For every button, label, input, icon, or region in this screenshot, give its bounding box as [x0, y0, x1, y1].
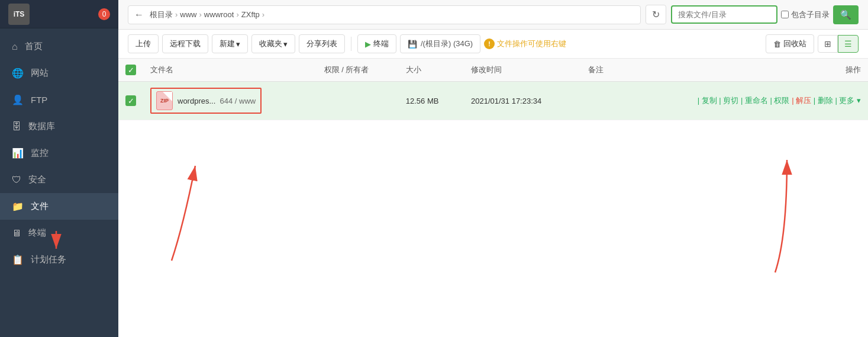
action-copy[interactable]: | 复制: [698, 96, 717, 105]
breadcrumb-zxftp[interactable]: ZXftp: [241, 10, 260, 19]
row-perm-cell: [317, 82, 399, 120]
file-table-container: ✓ 文件名 权限 / 所有者 大小 修改时间 备注 操作 ✓: [118, 59, 868, 337]
shield-icon: 🛡: [12, 175, 21, 185]
col-size: 大小: [399, 59, 464, 82]
breadcrumb-bar: ← 根目录 › www › wwwroot › ZXftp ›: [128, 5, 641, 24]
sidebar-logo: iTS: [8, 4, 30, 25]
file-name[interactable]: wordpres...: [178, 97, 215, 105]
sidebar-header: iTS 0: [0, 0, 118, 28]
monitor-icon: 📊: [12, 147, 24, 159]
action-perm[interactable]: | 权限: [770, 96, 790, 105]
remote-download-button[interactable]: 远程下载: [162, 34, 208, 53]
row-modified-cell: 2021/01/31 17:23:34: [464, 82, 581, 120]
disk-icon: 💾: [408, 40, 417, 49]
view-toggle: ⊞ ☰: [818, 35, 859, 53]
search-input[interactable]: [671, 5, 777, 24]
back-button[interactable]: ←: [134, 9, 144, 20]
action-extract[interactable]: | 解压: [792, 96, 811, 105]
search-subdirs-label: 包含子目录: [781, 9, 830, 20]
sidebar-item-ftp[interactable]: 👤 FTP: [0, 86, 118, 113]
col-filename: 文件名: [143, 59, 317, 82]
new-button[interactable]: 新建 ▾: [212, 34, 248, 53]
list-view-button[interactable]: ☰: [838, 35, 859, 53]
sidebar-item-monitor-label: 监控: [31, 147, 49, 159]
sidebar-item-files[interactable]: 📁 文件: [0, 193, 118, 220]
sidebar-item-files-label: 文件: [31, 201, 49, 212]
table-row: ✓ ZIP wordpres... 644 / www: [118, 82, 868, 120]
row-note-cell: [581, 82, 622, 120]
sidebar-item-monitor[interactable]: 📊 监控: [0, 140, 118, 166]
disk-info-button[interactable]: 💾 /(根目录) (34G): [400, 34, 480, 53]
action-more[interactable]: | 更多: [835, 96, 854, 105]
file-type-icon: ZIP: [156, 91, 173, 110]
share-list-button[interactable]: 分享列表: [299, 34, 345, 53]
upload-button[interactable]: 上传: [128, 34, 159, 53]
row-check-cell: ✓: [118, 82, 143, 120]
new-dropdown-icon: ▾: [236, 40, 240, 49]
col-modified: 修改时间: [464, 59, 581, 82]
refresh-button[interactable]: ↻: [646, 5, 666, 24]
sidebar-item-terminal[interactable]: 🖥 终端: [0, 220, 118, 246]
favorites-dropdown-icon: ▾: [283, 40, 288, 49]
breadcrumb-root[interactable]: 根目录: [150, 9, 173, 20]
recycle-bin-button[interactable]: 🗑 回收站: [766, 34, 814, 53]
action-links: | 复制 | 剪切 | 重命名 | 权限 | 解压 | 删除 | 更多 ▾: [698, 96, 861, 105]
terminal-icon: 🖥: [12, 228, 21, 239]
favorites-button[interactable]: 收藏夹 ▾: [251, 34, 295, 53]
toolbar: 上传 远程下载 新建 ▾ 收藏夹 ▾ 分享列表 ▶ 终端 💾 /(根目录) (3…: [118, 30, 868, 59]
sidebar-item-terminal-label: 终端: [28, 227, 46, 239]
col-perm: 权限 / 所有者: [317, 59, 399, 82]
database-icon: 🗄: [12, 121, 21, 132]
search-subdirs-checkbox[interactable]: [781, 11, 789, 18]
more-dropdown-icon: ▾: [857, 96, 861, 105]
sidebar-item-database-label: 数据库: [28, 121, 55, 132]
cron-icon: 📋: [12, 254, 24, 265]
topbar: ← 根目录 › www › wwwroot › ZXftp › ↻ 包含子目录 …: [118, 0, 868, 30]
sidebar-item-cron-label: 计划任务: [31, 254, 66, 265]
sidebar-item-database[interactable]: 🗄 数据库: [0, 113, 118, 140]
file-name-wrapper-outer: ZIP wordpres... 644 / www: [150, 88, 310, 114]
sidebar-item-security[interactable]: 🛡 安全: [0, 166, 118, 193]
home-icon: ⌂: [12, 41, 18, 52]
action-rename[interactable]: | 重命名: [741, 96, 768, 105]
sidebar-item-home[interactable]: ⌂ 首页: [0, 33, 118, 60]
row-checkbox[interactable]: ✓: [125, 95, 136, 106]
action-delete[interactable]: | 删除: [814, 96, 833, 105]
ftp-icon: 👤: [12, 94, 24, 105]
search-button[interactable]: 🔍: [833, 5, 859, 24]
sidebar: iTS 0 ⌂ 首页 🌐 网站 👤 FTP 🗄 数据库 📊 监控 🛡 安全 📁: [0, 0, 118, 337]
terminal-play-icon: ▶: [365, 40, 371, 49]
trash-icon: 🗑: [773, 40, 781, 49]
sidebar-item-website-label: 网站: [31, 68, 49, 79]
action-cut[interactable]: | 剪切: [719, 96, 738, 105]
breadcrumb-www[interactable]: www: [180, 10, 196, 19]
sidebar-nav: ⌂ 首页 🌐 网站 👤 FTP 🗄 数据库 📊 监控 🛡 安全 📁 文件 🖥: [0, 28, 118, 337]
sidebar-item-website[interactable]: 🌐 网站: [0, 60, 118, 86]
sidebar-item-home-label: 首页: [25, 41, 43, 52]
main-content: ← 根目录 › www › wwwroot › ZXftp › ↻ 包含子目录 …: [118, 0, 868, 337]
sidebar-item-ftp-label: FTP: [31, 95, 47, 105]
search-area: 包含子目录 🔍: [671, 5, 859, 24]
sidebar-item-security-label: 安全: [28, 174, 46, 185]
col-action: 操作: [622, 59, 868, 82]
file-name-box: ZIP wordpres... 644 / www: [150, 88, 262, 114]
right-click-hint: ! 文件操作可使用右键: [484, 38, 566, 49]
sidebar-item-cron[interactable]: 📋 计划任务: [0, 246, 118, 273]
col-check: ✓: [118, 59, 143, 82]
file-perm-inline: 644 / www: [220, 97, 256, 105]
info-icon: !: [484, 38, 495, 49]
grid-view-button[interactable]: ⊞: [818, 35, 838, 53]
col-note: 备注: [581, 59, 622, 82]
terminal-button[interactable]: ▶ 终端: [357, 34, 396, 53]
select-all-checkbox[interactable]: ✓: [125, 65, 136, 75]
row-action-cell: | 复制 | 剪切 | 重命名 | 权限 | 解压 | 删除 | 更多 ▾: [622, 82, 868, 120]
row-name-cell: ZIP wordpres... 644 / www: [143, 82, 317, 120]
row-size-cell: 12.56 MB: [399, 82, 464, 120]
website-icon: 🌐: [12, 68, 24, 79]
breadcrumb-wwwroot[interactable]: wwwroot: [204, 10, 234, 19]
notification-badge: 0: [98, 8, 110, 20]
files-icon: 📁: [12, 201, 24, 212]
file-table: ✓ 文件名 权限 / 所有者 大小 修改时间 备注 操作 ✓: [118, 59, 868, 120]
